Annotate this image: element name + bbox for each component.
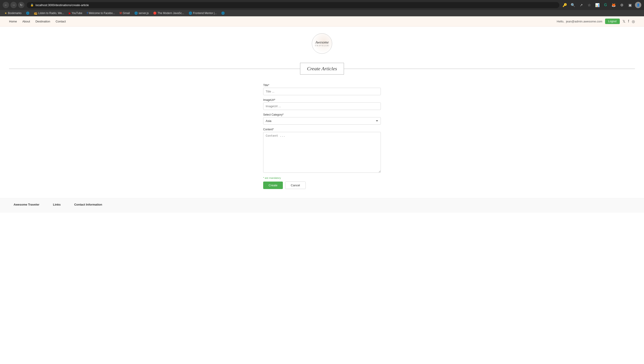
footer-col-3: Contact Information — [74, 203, 102, 208]
category-group: Select Category* Asia Europe America — [263, 113, 381, 125]
content-group: Content* — [263, 128, 381, 173]
bookmark-facebook[interactable]: f Welcome to Facebo... — [85, 11, 117, 16]
star-icon: ★ — [4, 12, 7, 15]
radio-label: Listen to Radio, We... — [38, 12, 64, 15]
title-group: Title* — [263, 84, 381, 95]
page-title-box: Create Articles — [300, 63, 344, 75]
facebook-icon: f — [87, 12, 88, 15]
imageurl-label: ImageUrl* — [263, 98, 381, 102]
sidebar-icon[interactable]: ▣ — [627, 2, 633, 8]
title-label: Title* — [263, 84, 381, 87]
browser-nav-buttons: ← → ↻ — [3, 2, 24, 8]
logo-awesome-text: Awesome — [315, 40, 329, 44]
url-text: localhost:3000/destinations/create-artic… — [36, 4, 89, 7]
browser-chrome: ← → ↻ 🔒 localhost:3000/destinations/crea… — [0, 0, 644, 10]
back-button[interactable]: ← — [3, 2, 9, 8]
header-right: Hello, jean@admin.awesome.com Logout 𝕏 f… — [557, 19, 635, 24]
title-input[interactable] — [263, 88, 381, 95]
hello-text: Hello, jean@admin.awesome.com — [557, 20, 602, 23]
star-icon[interactable]: ☆ — [586, 2, 592, 8]
footer-col2-title: Links — [53, 203, 61, 206]
title-line-left — [9, 69, 300, 69]
youtube-label: YouTube — [72, 12, 82, 15]
nav-destination[interactable]: Destination — [36, 20, 50, 23]
frontendmentor-icon: 🌐 — [189, 12, 192, 15]
forward-button[interactable]: → — [10, 2, 17, 8]
bookmark-modernjs[interactable]: 🔴 The Modern JavaSc... — [152, 11, 186, 16]
globe-icon: 🌐 — [26, 12, 30, 15]
browser-actions: 🔑 🔍 ↗ ☆ 📊 G 🦊 ⚙ ▣ 👤 — [562, 2, 641, 8]
gmail-icon: M — [120, 12, 122, 15]
modernjs-icon: 🔴 — [153, 12, 156, 15]
share-icon[interactable]: ↗ — [578, 2, 584, 8]
logo-traveler-text: ·Traveler· — [314, 44, 330, 47]
nav-home[interactable]: Home — [9, 20, 17, 23]
radio-icon: 📻 — [34, 12, 37, 15]
content-label: Content* — [263, 128, 381, 131]
bookmark-gmail[interactable]: M Gmail — [118, 11, 132, 16]
serverjs-label: server.js — [139, 12, 149, 15]
bookmarks-label: Bookmarks — [8, 12, 22, 15]
gmail-label: Gmail — [123, 12, 130, 15]
serverjs-icon: 🌐 — [134, 12, 138, 15]
refresh-button[interactable]: ↻ — [18, 2, 24, 8]
app-header: Home About Destination Contact Hello, je… — [0, 16, 644, 27]
title-line-right — [344, 69, 635, 69]
nav-contact[interactable]: Contact — [56, 20, 66, 23]
mandatory-note: * are mandatory — [263, 176, 381, 179]
create-article-form: Title* ImageUrl* Select Category* Asia E… — [259, 84, 385, 189]
bookmarks-bar: ★ Bookmarks 🌐 📻 Listen to Radio, We... ▶… — [0, 10, 644, 16]
bookmark-radio[interactable]: 📻 Listen to Radio, We... — [32, 11, 66, 16]
logo-section: Awesome ·Traveler· — [0, 27, 644, 58]
footer-col-2: Links — [53, 203, 61, 208]
youtube-icon: ▶ — [69, 12, 71, 15]
bookmark-serverjs[interactable]: 🌐 server.js — [132, 11, 151, 16]
cancel-button[interactable]: Cancel — [285, 181, 306, 189]
modernjs-label: The Modern JavaSc... — [158, 12, 184, 15]
facebook-social-icon[interactable]: f — [628, 19, 629, 23]
content-textarea[interactable] — [263, 132, 381, 173]
footer-col1-title: Awesome Traveler — [14, 203, 39, 206]
facebook-label: Welcome to Facebo... — [89, 12, 115, 15]
imageurl-group: ImageUrl* — [263, 98, 381, 110]
frontendmentor-label: Frontend Mentor |... — [193, 12, 217, 15]
bar-chart-icon[interactable]: 📊 — [594, 2, 600, 8]
bookmark-globe[interactable]: 🌐 — [24, 11, 31, 16]
form-actions: Create Cancel — [263, 181, 381, 189]
logout-button[interactable]: Logout — [605, 19, 620, 24]
footer-col3-title: Contact Information — [74, 203, 102, 206]
extra-icon: 🌐 — [221, 12, 225, 15]
lock-icon: 🔒 — [30, 4, 34, 7]
bookmark-youtube[interactable]: ▶ YouTube — [67, 11, 84, 16]
bookmark-extra[interactable]: 🌐 — [220, 11, 226, 16]
bookmark-frontendmentor[interactable]: 🌐 Frontend Mentor |... — [187, 11, 218, 16]
settings-icon[interactable]: ⚙ — [619, 2, 625, 8]
category-label: Select Category* — [263, 113, 381, 116]
logo: Awesome ·Traveler· — [312, 33, 332, 54]
instagram-icon[interactable]: ◎ — [632, 19, 635, 24]
main-nav: Home About Destination Contact — [9, 20, 66, 23]
user-avatar[interactable]: 👤 — [635, 2, 641, 8]
page-title-section: Create Articles — [0, 58, 644, 79]
imageurl-input[interactable] — [263, 102, 381, 110]
category-select[interactable]: Asia Europe America — [263, 117, 381, 125]
footer-col-1: Awesome Traveler — [14, 203, 39, 208]
app-footer: Awesome Traveler Links Contact Informati… — [0, 198, 644, 213]
bookmark-folder[interactable]: ★ Bookmarks — [3, 11, 23, 16]
twitter-icon[interactable]: 𝕏 — [622, 19, 626, 24]
nav-about[interactable]: About — [22, 20, 30, 23]
grammarly-icon[interactable]: G — [602, 2, 609, 8]
page-title: Create Articles — [307, 66, 337, 71]
create-button[interactable]: Create — [263, 181, 283, 189]
search-icon[interactable]: 🔍 — [570, 2, 576, 8]
extension-icon2[interactable]: 🦊 — [610, 2, 617, 8]
key-icon[interactable]: 🔑 — [562, 2, 568, 8]
address-bar[interactable]: 🔒 localhost:3000/destinations/create-art… — [27, 2, 559, 8]
user-email: jean@admin.awesome.com — [566, 20, 602, 23]
